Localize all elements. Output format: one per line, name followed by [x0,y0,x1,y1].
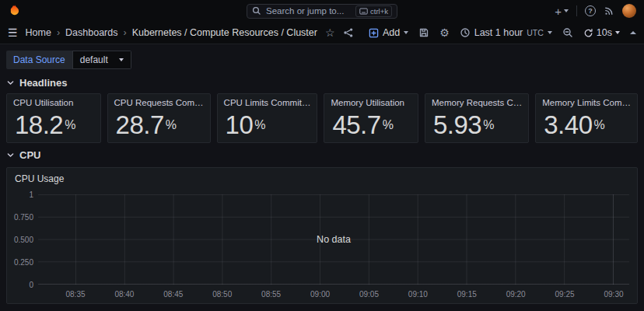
dashboard-quick-actions: ☆ [325,27,354,38]
panel-title[interactable]: CPU Usage [7,168,637,187]
x-tick: 08:35 [65,290,85,299]
chevron-down-icon [119,58,124,61]
y-tick: 1 [29,190,33,199]
stat-number: 3.40 [544,112,592,138]
panel-title[interactable]: Memory Utilisation [324,94,418,107]
datasource-variable: Data Source default [6,51,131,69]
top-bar: Search or jump to... ctrl+k + ? [0,0,644,22]
add-panel-button[interactable]: Add [369,27,408,38]
panel-title[interactable]: Memory Requests C… [425,94,528,107]
panel-title[interactable]: CPU Utilisation [7,94,100,107]
panel-title[interactable]: CPU Requests Com… [108,94,210,107]
add-label: Add [383,27,400,38]
help-icon[interactable]: ? [585,5,596,16]
y-tick: 0.750 [14,213,33,222]
section-title-cpu: CPU [19,149,40,161]
datasource-variable-label: Data Source [6,51,72,69]
x-tick: 09:00 [310,290,330,299]
section-header-cpu[interactable]: CPU [0,143,644,166]
stat-panel-cpu-limits: CPU Limits Commit… 10% [217,93,318,143]
datasource-select[interactable]: default [72,51,131,69]
x-tick: 09:10 [408,290,428,299]
stat-unit: % [594,119,605,131]
topbar-actions: + ? [555,4,636,18]
section-header-headlines[interactable]: Headlines [0,71,644,93]
y-tick: 0 [29,281,33,289]
x-tick: 09:30 [604,290,623,299]
headline-stats-row: CPU Utilisation 18.2% CPU Requests Com… … [0,93,644,143]
cpu-usage-plot: 1 0.750 0.500 0.250 0 No data 08:35 08:4… [7,188,637,303]
refresh-picker[interactable]: 10s [583,27,620,38]
shortcut-text: ctrl+k [370,7,388,16]
breadcrumb-dashboards[interactable]: Dashboards [65,27,117,38]
time-range-picker[interactable]: Last 1 hour UTC [460,27,552,38]
y-tick: 0.250 [14,258,33,267]
favorite-star-icon[interactable]: ☆ [325,27,335,38]
stat-number: 45.7 [332,112,380,138]
cpu-usage-panel: CPU Usage 1 0.750 0.500 0.250 0 No data … [6,167,638,304]
share-icon[interactable] [343,27,354,38]
shortcut-badge: ctrl+k [355,5,392,17]
panel-title[interactable]: Memory Limits Com… [536,94,637,107]
x-axis: 08:35 08:40 08:45 08:50 08:55 09:00 09:0… [75,290,614,300]
stat-unit: % [166,119,177,131]
stat-number: 5.93 [433,112,481,138]
stat-unit: % [383,119,394,131]
divider [576,5,577,16]
breadcrumb: Home › Dashboards › Kubernetes / Compute… [26,27,317,38]
add-panel-icon [369,28,379,38]
stat-panel-memory-utilisation: Memory Utilisation 45.7% [324,93,418,143]
panel-title[interactable]: CPU Limits Commit… [218,94,317,107]
search-input[interactable]: Search or jump to... ctrl+k [247,4,397,19]
x-tick: 09:15 [457,290,477,299]
menu-hamburger-icon[interactable]: ☰ [8,27,18,38]
stat-number: 28.7 [116,112,164,138]
x-tick: 08:40 [114,290,134,299]
stat-value: 10% [218,107,317,142]
grafana-logo[interactable] [8,4,22,18]
keyboard-icon [359,8,368,15]
x-tick: 08:45 [163,290,183,299]
search-placeholder: Search or jump to... [266,6,344,16]
chevron-down-icon [6,79,15,87]
dashboard-variables-row: Data Source default [0,44,644,71]
news-rss-icon[interactable] [604,5,614,16]
x-tick: 09:25 [555,290,575,299]
refresh-interval-label: 10s [597,27,612,38]
stat-value: 5.93% [425,107,528,142]
zoom-out-icon[interactable] [562,27,573,38]
stat-value: 28.7% [108,107,210,142]
x-tick: 08:50 [212,290,232,299]
stat-value: 45.7% [324,107,418,142]
no-data-message: No data [38,194,629,285]
chevron-down-icon [615,31,620,34]
search-icon [252,6,261,16]
new-button[interactable]: + [555,5,569,17]
stat-panel-memory-requests: Memory Requests C… 5.93% [425,93,529,143]
breadcrumb-current[interactable]: Kubernetes / Compute Resources / Cluster [132,27,317,38]
y-axis: 1 0.750 0.500 0.250 0 [7,194,33,285]
stat-panel-cpu-utilisation: CPU Utilisation 18.2% [6,93,101,143]
chevron-down-icon [564,9,569,12]
section-title-headlines: Headlines [19,77,67,89]
breadcrumb-separator: › [123,27,126,38]
breadcrumb-home[interactable]: Home [26,27,51,38]
stat-value: 18.2% [7,107,100,142]
user-avatar[interactable] [622,4,636,18]
x-tick: 09:05 [359,290,379,299]
chevron-down-icon [6,151,15,159]
stat-number: 10 [226,112,254,138]
clock-icon [460,27,471,38]
datasource-selected-value: default [80,54,108,65]
breadcrumb-separator: › [57,27,60,38]
dashboard-settings-gear-icon[interactable]: ⚙ [439,26,450,39]
chevron-down-icon [404,31,408,34]
save-dashboard-icon[interactable] [418,27,429,38]
x-tick: 09:20 [506,290,526,299]
dashboard-nav-bar: ☰ Home › Dashboards › Kubernetes / Compu… [0,22,644,44]
stat-unit: % [254,119,265,131]
collapse-toolbar-chevron-up-icon[interactable] [630,31,636,34]
chevron-down-icon [548,31,552,34]
stat-panel-memory-limits: Memory Limits Com… 3.40% [535,93,638,143]
stat-value: 3.40% [536,107,637,142]
